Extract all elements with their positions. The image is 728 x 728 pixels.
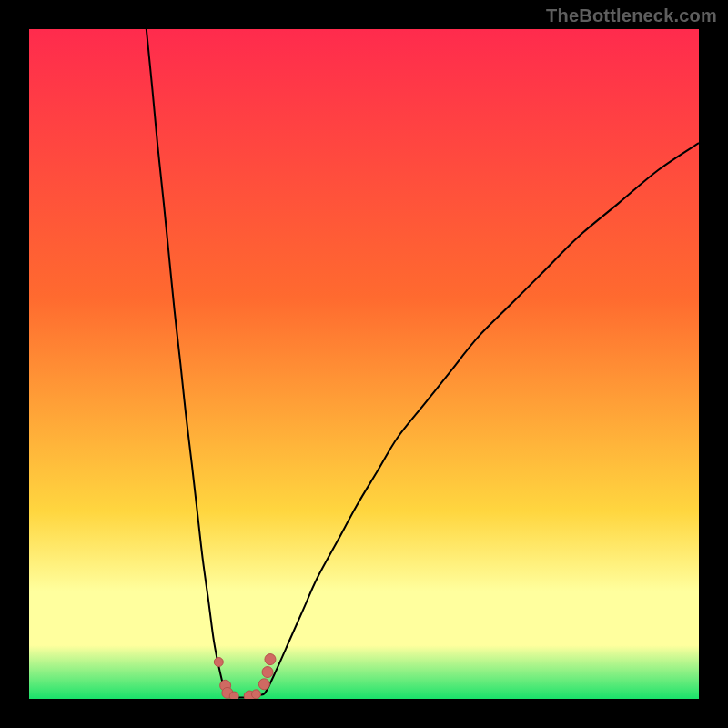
data-marker [265,654,276,665]
data-marker [262,667,273,678]
data-marker [229,692,238,699]
data-marker [258,679,269,690]
data-marker [214,658,223,667]
plot-area [29,29,699,699]
chart-svg [29,29,699,699]
chart-frame: TheBottleneck.com [0,0,728,728]
gradient-background [29,29,699,699]
data-marker [252,690,261,699]
watermark-text: TheBottleneck.com [546,5,717,26]
